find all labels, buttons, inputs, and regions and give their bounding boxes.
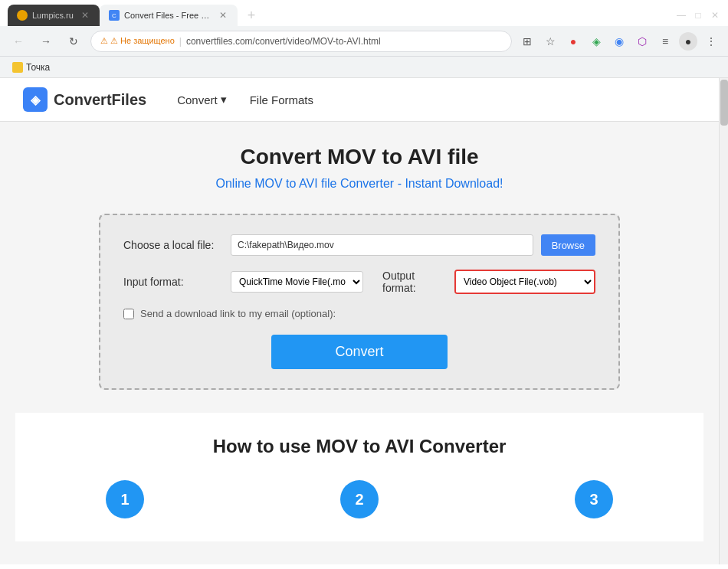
bookmark-tochka-label: Точка [26,62,50,73]
address-separator: | [179,36,182,47]
extension5-icon[interactable]: ≡ [656,32,674,51]
main-content-area: ◈ ConvertFiles Convert ▾ File Formats Co… [0,78,728,564]
new-tab-button[interactable]: + [241,5,262,26]
profile-icon[interactable]: ● [679,32,697,51]
tabs-row: Lumpics.ru ✕ C Convert Files - Free MOV … [8,5,262,26]
email-row: Send a download link to my email (option… [123,308,595,319]
site-header: ◈ ConvertFiles Convert ▾ File Formats [0,78,719,122]
extension1-icon[interactable]: ● [564,32,582,51]
file-chooser-row: Choose a local file: Browse [123,234,595,256]
logo-text: ConvertFiles [54,91,146,109]
navigation-bar: ← → ↻ ⚠ ⚠ Не защищено | convertfiles.com… [0,26,728,57]
email-checkbox[interactable] [123,309,134,319]
minimize-button[interactable]: — [676,10,687,21]
security-text: ⚠ Не защищено [110,36,175,46]
bookmarks-bar: Точка [0,57,728,78]
step-1-icon: 1 [106,480,144,518]
output-format-label: Output format: [382,270,439,294]
scrollbar[interactable] [719,78,728,564]
page-title: Convert MOV to AVI file [15,145,703,169]
scrollbar-thumb[interactable] [720,80,728,126]
window-controls: — □ ✕ [676,10,720,21]
forward-button[interactable]: → [35,31,57,52]
reload-button[interactable]: ↻ [63,31,84,52]
nav-file-formats[interactable]: File Formats [250,93,313,106]
menu-button[interactable]: ⋮ [702,32,720,51]
address-text: convertfiles.com/convert/video/MOV-to-AV… [186,36,381,47]
tab-convertfiles[interactable]: C Convert Files - Free MOV to AVI ... ✕ [100,5,238,26]
email-label: Send a download link to my email (option… [140,308,336,319]
format-row: Input format: QuickTime Movie File(.mo O… [123,270,595,294]
security-warning: ⚠ ⚠ Не защищено [100,36,175,46]
site-logo[interactable]: ◈ ConvertFiles [23,87,146,112]
translate-icon[interactable]: ⊞ [518,32,536,51]
extension4-icon[interactable]: ⬡ [633,32,651,51]
steps-row: 1 2 3 [31,480,688,518]
close-button[interactable]: ✕ [710,10,720,21]
warning-icon: ⚠ [100,36,108,46]
extension2-icon[interactable]: ◈ [587,32,605,51]
nav-convert-arrow: ▾ [221,93,227,106]
back-button[interactable]: ← [8,31,29,52]
nav-convert-label: Convert [177,93,218,106]
tab2-favicon: C [109,10,120,21]
how-to-section: How to use MOV to AVI Converter 1 2 3 [15,413,703,541]
site-nav-menu: Convert ▾ File Formats [177,93,313,106]
input-format-select[interactable]: QuickTime Movie File(.mo [231,271,363,293]
convert-button-row: Convert [123,335,595,369]
file-input[interactable] [231,234,533,256]
extension3-icon[interactable]: ◉ [610,32,628,51]
maximize-button[interactable]: □ [693,10,703,21]
output-format-select[interactable]: Video Object File(.vob) AVI Video File(.… [456,271,594,293]
website-content: ◈ ConvertFiles Convert ▾ File Formats Co… [0,78,719,564]
browser-chrome: Lumpics.ru ✕ C Convert Files - Free MOV … [0,0,728,78]
nav-file-formats-label: File Formats [250,93,313,106]
bookmark-tochka[interactable]: Точка [8,60,54,74]
title-bar: Lumpics.ru ✕ C Convert Files - Free MOV … [0,0,728,26]
convert-button[interactable]: Convert [271,335,448,369]
step-2-icon: 2 [340,480,379,518]
tab2-label: Convert Files - Free MOV to AVI ... [124,11,213,20]
bookmark-icon[interactable]: ☆ [541,32,559,51]
output-format-wrapper: Video Object File(.vob) AVI Video File(.… [454,270,595,294]
step-3-icon: 3 [575,480,613,518]
browse-button[interactable]: Browse [541,234,595,256]
logo-icon: ◈ [23,87,48,112]
tab1-favicon [17,10,28,21]
tab-lumpics[interactable]: Lumpics.ru ✕ [8,5,100,26]
page-content: Convert MOV to AVI file Online MOV to AV… [0,122,719,564]
nav-convert[interactable]: Convert ▾ [177,93,227,106]
input-format-label: Input format: [123,276,223,288]
converter-box: Choose a local file: Browse Input format… [99,214,620,390]
address-bar[interactable]: ⚠ ⚠ Не защищено | convertfiles.com/conve… [90,31,512,52]
how-to-title: How to use MOV to AVI Converter [31,436,688,457]
bookmark-folder-icon [12,62,23,73]
tab2-close[interactable]: ✕ [218,10,228,21]
tab1-label: Lumpics.ru [32,11,75,20]
page-subtitle: Online MOV to AVI file Converter - Insta… [15,177,703,191]
tab1-close[interactable]: ✕ [80,10,90,21]
file-label: Choose a local file: [123,239,223,251]
browser-action-icons: ⊞ ☆ ● ◈ ◉ ⬡ ≡ ● ⋮ [518,32,720,51]
